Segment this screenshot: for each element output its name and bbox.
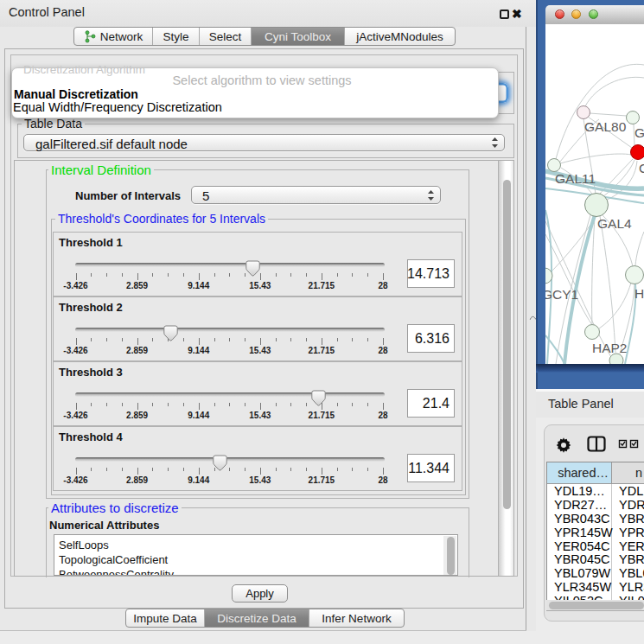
svg-text:GA: GA: [634, 125, 644, 140]
svg-text:GAL80: GAL80: [584, 119, 627, 134]
svg-text:C: C: [639, 161, 644, 175]
svg-text:GAL11: GAL11: [555, 171, 596, 186]
svg-text:GCY1: GCY1: [545, 287, 578, 302]
svg-text:HAP2: HAP2: [592, 341, 628, 355]
svg-text:H: H: [634, 286, 644, 301]
svg-text:GAL4: GAL4: [597, 216, 632, 231]
